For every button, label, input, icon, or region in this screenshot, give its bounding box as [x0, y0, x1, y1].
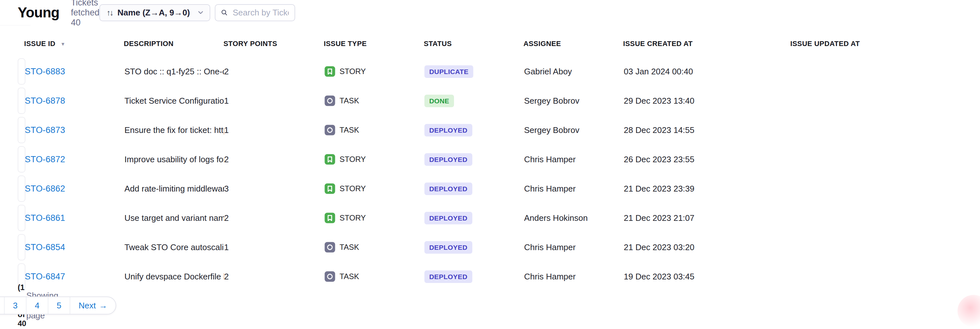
issue-type-label: STORY	[339, 67, 366, 76]
page-button-2[interactable]: 2	[0, 297, 4, 314]
next-button[interactable]: Next→	[70, 297, 116, 314]
issue-type-cell: STORY	[325, 212, 425, 224]
table-row: STO-6883 STO doc :: q1-fy25 :: One-click…	[18, 58, 25, 85]
next-label: Next	[79, 301, 96, 311]
task-icon	[325, 95, 335, 106]
issue-type-cell: TASK	[325, 271, 425, 282]
issue-type-label: TASK	[339, 243, 359, 252]
status-badge: DEPLOYED	[425, 212, 473, 224]
tickets-fetched-label: Tickets fetched 40	[71, 0, 100, 28]
description-cell: Improve usability of logs for failur...	[124, 155, 224, 164]
search-box	[215, 4, 295, 21]
task-icon	[325, 271, 335, 282]
created-at-cell: 21 Dec 2023 23:39	[624, 184, 791, 194]
created-at-cell: 28 Dec 2023 14:55	[624, 125, 791, 135]
page-button-5[interactable]: 5	[49, 297, 70, 314]
story-points-cell: 2	[224, 272, 325, 282]
issue-id-link[interactable]: STO-6854	[25, 243, 65, 252]
task-icon	[325, 125, 335, 136]
issue-id-link[interactable]: STO-6847	[25, 272, 65, 281]
description-cell: Add rate-limiting middleware to S...	[124, 184, 224, 194]
story-points-cell: 1	[224, 243, 325, 252]
arrow-right-icon: →	[99, 301, 107, 311]
page-header: Young Tickets fetched 40 ↑↓ Name (Z→A, 9…	[0, 0, 30, 26]
issue-type-label: STORY	[339, 214, 366, 222]
issue-type-cell: TASK	[325, 125, 425, 136]
pagination: ←Prev12345Next→	[0, 297, 116, 315]
sort-arrows-icon: ↑↓	[107, 8, 113, 18]
description-cell: Ticket Service Configuration	[124, 96, 224, 106]
story-points-cell: 2	[224, 155, 325, 164]
description-cell: Tweak STO Core autoscaling par...	[124, 243, 224, 252]
column-header-issue-created-at: ISSUE CREATED AT	[623, 40, 790, 48]
table-row: STO-6872 Improve usability of logs for f…	[18, 146, 25, 172]
assignee-cell: Sergey Bobrov	[524, 125, 624, 135]
table-row: STO-6878 Ticket Service Configuration 1 …	[18, 88, 25, 114]
issue-type-label: TASK	[339, 272, 359, 281]
issue-id-link[interactable]: STO-6862	[25, 184, 65, 193]
page-button-4[interactable]: 4	[27, 297, 48, 314]
status-badge: DUPLICATE	[425, 65, 473, 78]
issue-id-link[interactable]: STO-6872	[25, 155, 65, 164]
table-row: STO-6862 Add rate-limiting middleware to…	[18, 176, 25, 202]
story-icon	[325, 212, 335, 224]
issue-type-label: STORY	[339, 155, 366, 164]
status-badge: DEPLOYED	[425, 270, 473, 283]
status-badge: DEPLOYED	[425, 241, 473, 254]
story-points-cell: 1	[224, 125, 325, 135]
story-points-cell: 3	[224, 184, 325, 194]
story-points-cell: 1	[224, 96, 325, 106]
created-at-cell: 03 Jan 2024 00:40	[624, 67, 791, 77]
assignee-cell: Gabriel Aboy	[524, 67, 624, 77]
column-header-issue-updated-at: ISSUE UPDATED AT	[790, 40, 860, 48]
status-badge: DEPLOYED	[425, 182, 473, 195]
story-points-cell: 2	[224, 67, 325, 77]
issue-type-cell: TASK	[325, 242, 425, 253]
task-icon	[325, 242, 335, 253]
column-header-issue-id-label: ISSUE ID	[24, 40, 55, 48]
issue-id-link[interactable]: STO-6861	[25, 213, 65, 223]
floating-help-widget[interactable]	[958, 295, 980, 327]
status-badge: DONE	[425, 95, 454, 107]
sort-dropdown-label: Name (Z→A, 9→0)	[117, 8, 190, 18]
assignee-cell: Chris Hamper	[524, 243, 624, 252]
created-at-cell: 21 Dec 2023 21:07	[624, 213, 791, 223]
issue-type-cell: STORY	[325, 154, 425, 165]
issue-id-link[interactable]: STO-6878	[25, 96, 65, 105]
search-icon	[221, 8, 228, 17]
sort-dropdown[interactable]: ↑↓ Name (Z→A, 9→0)	[99, 4, 210, 21]
page-button-3[interactable]: 3	[5, 297, 26, 314]
issue-type-cell: TASK	[325, 95, 425, 106]
column-header-assignee: ASSIGNEE	[523, 40, 623, 48]
created-at-cell: 26 Dec 2023 23:55	[624, 155, 791, 164]
issue-id-link[interactable]: STO-6883	[25, 67, 65, 76]
issue-id-link[interactable]: STO-6873	[25, 125, 65, 135]
description-cell: Unify devspace Dockerfile build	[124, 272, 224, 282]
created-at-cell: 19 Dec 2023 03:45	[624, 272, 791, 282]
tickets-table: ISSUE ID ▼ DESCRIPTION STORY POINTS ISSU…	[0, 40, 33, 290]
column-header-status: STATUS	[424, 40, 523, 48]
story-icon	[325, 66, 335, 77]
story-icon	[325, 183, 335, 194]
description-cell: Ensure the fix for ticket: https://h...	[124, 125, 224, 135]
created-at-cell: 21 Dec 2023 03:20	[624, 243, 791, 252]
column-header-story-points: STORY POINTS	[223, 40, 324, 48]
description-cell: Use target and variant name sear...	[124, 213, 224, 223]
table-header-row: ISSUE ID ▼ DESCRIPTION STORY POINTS ISSU…	[18, 40, 24, 48]
created-at-cell: 29 Dec 2023 13:40	[624, 96, 791, 106]
issue-type-label: TASK	[339, 126, 359, 134]
issue-type-label: TASK	[339, 96, 359, 105]
assignee-cell: Anders Hokinson	[524, 213, 624, 223]
assignee-cell: Sergey Bobrov	[524, 96, 624, 106]
issue-type-cell: STORY	[325, 183, 425, 194]
assignee-cell: Chris Hamper	[524, 184, 624, 194]
tickets-page: Young Tickets fetched 40 ↑↓ Name (Z→A, 9…	[0, 0, 21, 315]
column-header-issue-type: ISSUE TYPE	[324, 40, 424, 48]
search-input[interactable]	[232, 7, 290, 18]
page-title: Young	[18, 5, 59, 21]
status-badge: DEPLOYED	[425, 124, 473, 136]
chevron-down-icon	[197, 9, 205, 16]
column-header-issue-id[interactable]: ISSUE ID ▼	[24, 40, 124, 48]
story-icon	[325, 154, 335, 165]
issue-type-label: STORY	[339, 184, 366, 193]
